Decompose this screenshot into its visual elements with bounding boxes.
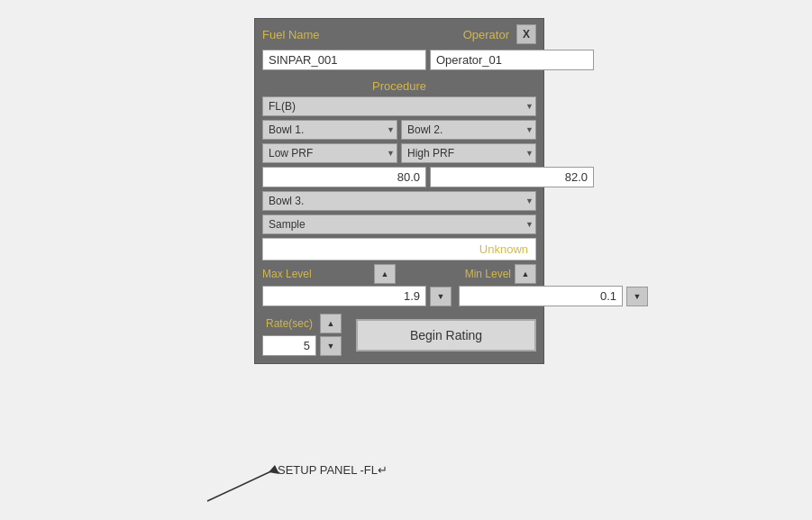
begin-rating-button[interactable]: Begin Rating: [356, 319, 536, 351]
rate-row: Rate(sec) ▲ ▼ Begin Rating: [262, 314, 536, 356]
low-prf-select[interactable]: Low PRF High PRF: [262, 143, 397, 163]
sample-select[interactable]: Sample Reference: [262, 214, 536, 234]
bowl2-select-wrapper: Bowl 2. Bowl 1. Bowl 3. ▼: [401, 120, 536, 140]
unknown-text: Unknown: [479, 242, 528, 256]
bowl3-select-wrapper: Bowl 3. Bowl 1. Bowl 2. ▼: [262, 191, 536, 211]
value2-input[interactable]: [430, 167, 594, 187]
rate-up-button[interactable]: ▲: [320, 314, 342, 333]
min-level-input[interactable]: [459, 286, 623, 306]
procedure-select-wrapper: FL(B) FL(A) FL(C) ▼: [262, 96, 536, 116]
fuel-name-label: Fuel Name: [262, 28, 320, 41]
rate-label-row: Rate(sec) ▲: [262, 314, 342, 333]
unknown-field: Unknown: [262, 238, 536, 260]
max-level-up-button[interactable]: ▲: [374, 264, 396, 284]
value1-input[interactable]: [262, 167, 426, 187]
high-prf-select-wrapper: High PRF Low PRF ▼: [401, 143, 536, 163]
max-level-down-button[interactable]: ▼: [430, 287, 452, 306]
rate-down-button[interactable]: ▼: [320, 336, 342, 356]
bowl2-select[interactable]: Bowl 2. Bowl 1. Bowl 3.: [401, 120, 536, 140]
level-values-row: ▼ ▼: [262, 286, 536, 306]
fuel-operator-row: [255, 50, 543, 76]
panel-header: Fuel Name Operator X: [255, 19, 543, 50]
setup-panel: Fuel Name Operator X Procedure FL(B) FL(…: [254, 18, 544, 364]
bowl3-select[interactable]: Bowl 3. Bowl 1. Bowl 2.: [262, 191, 536, 211]
prf-row: Low PRF High PRF ▼ High PRF Low PRF ▼: [262, 143, 536, 163]
min-level-up-button[interactable]: ▲: [515, 264, 536, 284]
bowl3-row: Bowl 3. Bowl 1. Bowl 2. ▼: [262, 191, 536, 211]
high-prf-select[interactable]: High PRF Low PRF: [401, 143, 536, 163]
rate-value-row: ▼: [262, 335, 342, 356]
max-level-group: Max Level ▲: [262, 264, 396, 284]
level-labels-row: Max Level ▲ Min Level ▲: [262, 264, 536, 284]
operator-label: Operator: [463, 28, 509, 41]
min-level-group: Min Level ▲: [403, 264, 536, 284]
bowl1-select-wrapper: Bowl 1. Bowl 2. Bowl 3. ▼: [262, 120, 397, 140]
operator-input[interactable]: [430, 50, 594, 70]
annotation-text: SETUP PANEL -FL↵: [278, 463, 388, 477]
bowl1-select[interactable]: Bowl 1. Bowl 2. Bowl 3.: [262, 120, 397, 140]
fuel-name-input[interactable]: [262, 50, 426, 70]
min-level-down-button[interactable]: ▼: [626, 287, 648, 306]
min-level-value-group: ▼: [459, 286, 648, 306]
max-level-input[interactable]: [262, 286, 426, 306]
arrow-line: [207, 470, 275, 501]
max-level-value-group: ▼: [262, 286, 452, 306]
close-button[interactable]: X: [516, 24, 536, 44]
value-inputs-row: [262, 167, 536, 187]
rate-label: Rate(sec): [262, 317, 316, 330]
min-level-label: Min Level: [403, 268, 511, 280]
header-labels: Fuel Name Operator: [262, 28, 516, 41]
max-level-label: Max Level: [262, 268, 370, 280]
sample-row: Sample Reference ▼: [262, 214, 536, 234]
annotation-area: SETUP PANEL -FL↵: [189, 456, 370, 513]
bowl-row-1: Bowl 1. Bowl 2. Bowl 3. ▼ Bowl 2. Bowl 1…: [262, 120, 536, 140]
sample-select-wrapper: Sample Reference ▼: [262, 214, 536, 234]
rate-input[interactable]: [262, 335, 316, 356]
procedure-row: FL(B) FL(A) FL(C) ▼: [262, 96, 536, 116]
low-prf-select-wrapper: Low PRF High PRF ▼: [262, 143, 397, 163]
procedure-label: Procedure: [262, 76, 536, 96]
rate-group: Rate(sec) ▲ ▼: [262, 314, 342, 356]
procedure-select[interactable]: FL(B) FL(A) FL(C): [262, 96, 536, 116]
panel-body: Procedure FL(B) FL(A) FL(C) ▼ Bowl 1. Bo: [255, 76, 543, 363]
